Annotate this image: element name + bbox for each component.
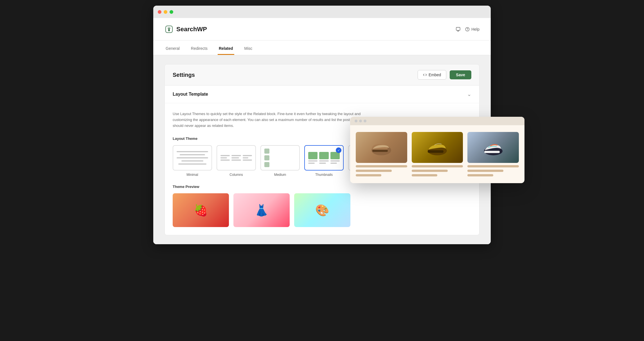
traffic-light-red[interactable] xyxy=(158,10,161,14)
theme-option-columns[interactable]: Columns xyxy=(217,145,256,177)
theme-card-columns xyxy=(217,145,256,170)
minimal-lines xyxy=(177,151,208,165)
shoe-line-1a xyxy=(356,165,407,167)
theme-card-medium xyxy=(260,145,300,170)
col-block-1 xyxy=(220,155,230,161)
layout-template-header[interactable]: Layout Template ⌄ xyxy=(165,86,479,103)
shoe-line-3c xyxy=(467,174,491,176)
thumb-col-1 xyxy=(308,152,318,164)
popup-shoe-img-1 xyxy=(356,132,407,163)
logo-area: SearchWP xyxy=(165,25,207,34)
col-block-2 xyxy=(231,155,241,161)
thumbnails-grid xyxy=(308,152,340,164)
popup-shoe-card-2 xyxy=(412,132,463,176)
minimal-line-2 xyxy=(180,154,205,155)
preview-thumb-colorful: 🎨 xyxy=(294,193,350,227)
popup-content xyxy=(350,125,491,183)
minimal-line-1 xyxy=(177,151,208,152)
theme-option-thumbnails[interactable]: ✓ xyxy=(304,145,344,177)
minimal-line-4 xyxy=(181,160,203,161)
popup-shoe-card-3 xyxy=(467,132,491,176)
medium-icon-block-3 xyxy=(264,162,269,167)
minimal-line-3 xyxy=(177,157,208,158)
theme-card-minimal xyxy=(173,145,212,170)
layout-description: Use Layout Themes to quickly set the sty… xyxy=(173,111,370,129)
svg-rect-9 xyxy=(372,150,388,152)
theme-name-columns: Columns xyxy=(229,173,243,177)
columns-grid xyxy=(220,155,252,161)
preview-thumbnails: 🍓 👗 🎨 xyxy=(173,193,471,227)
popup-shoes-grid xyxy=(356,132,491,176)
tab-related[interactable]: Related xyxy=(218,43,234,55)
save-button[interactable]: Save xyxy=(450,70,471,79)
theme-preview-label: Theme Preview xyxy=(173,185,471,189)
settings-panel-header: Settings Embed Save xyxy=(165,64,479,86)
chevron-down-icon: ⌄ xyxy=(467,91,471,97)
embed-button[interactable]: Embed xyxy=(418,70,446,80)
shoe-line-3b xyxy=(467,170,491,172)
popup-shoe-img-3 xyxy=(467,132,491,163)
thumb-col-2 xyxy=(319,152,328,164)
medium-row-3 xyxy=(264,162,296,167)
popup-dot-1 xyxy=(355,120,357,122)
thumb-img-1 xyxy=(308,152,318,159)
medium-icon-block-1 xyxy=(264,149,269,154)
theme-card-thumbnails: ✓ xyxy=(304,145,344,170)
shoe-line-1b xyxy=(356,170,392,172)
app-header: SearchWP Help xyxy=(153,18,491,41)
theme-option-minimal[interactable]: Minimal xyxy=(173,145,212,177)
svg-rect-1 xyxy=(168,29,170,31)
help-button[interactable]: Help xyxy=(465,27,479,32)
preview-popup xyxy=(350,117,491,183)
popup-dot-3 xyxy=(364,120,366,122)
thumb-img-2 xyxy=(319,152,328,159)
theme-name-medium: Medium xyxy=(274,173,286,177)
medium-rows xyxy=(264,149,296,167)
shoe-line-2a xyxy=(412,165,463,167)
tab-redirects[interactable]: Redirects xyxy=(190,43,209,55)
display-settings-button[interactable] xyxy=(456,27,461,32)
shoe-line-2b xyxy=(412,170,448,172)
tab-general[interactable]: General xyxy=(165,43,181,55)
popup-titlebar xyxy=(350,117,491,125)
help-label: Help xyxy=(471,27,479,32)
popup-shoe-img-2 xyxy=(412,132,463,163)
thumb-img-3 xyxy=(330,152,340,159)
col-block-3 xyxy=(243,155,252,161)
theme-option-medium[interactable]: Medium xyxy=(260,145,300,177)
header-right: Help xyxy=(456,27,479,32)
layout-template-title: Layout Template xyxy=(173,92,208,97)
settings-title: Settings xyxy=(173,72,195,78)
tab-misc[interactable]: Misc xyxy=(243,43,254,55)
main-content: Settings Embed Save Layout Templ xyxy=(153,55,491,244)
searchwp-logo-icon xyxy=(165,25,174,34)
svg-point-5 xyxy=(466,27,469,31)
svg-rect-13 xyxy=(484,151,491,153)
minimal-line-5 xyxy=(178,163,207,165)
popup-dot-2 xyxy=(359,120,362,122)
shoe-line-1c xyxy=(356,174,381,176)
settings-actions: Embed Save xyxy=(418,70,471,80)
preview-thumb-food: 🍓 xyxy=(173,193,229,227)
browser-window: SearchWP Help xyxy=(153,6,491,244)
selected-checkmark: ✓ xyxy=(336,147,341,153)
medium-row-1 xyxy=(264,149,296,154)
traffic-light-yellow[interactable] xyxy=(164,10,167,14)
thumb-col-3 xyxy=(330,152,340,164)
theme-name-minimal: Minimal xyxy=(186,173,198,177)
browser-titlebar xyxy=(153,6,491,18)
nav-tabs: General Redirects Related Misc xyxy=(153,41,491,55)
svg-rect-2 xyxy=(456,27,460,30)
embed-label: Embed xyxy=(429,73,441,77)
svg-rect-11 xyxy=(428,150,443,153)
popup-shoe-card-1 xyxy=(356,132,407,176)
theme-name-thumbnails: Thumbnails xyxy=(315,173,333,177)
medium-row-2 xyxy=(264,155,296,160)
logo-text: SearchWP xyxy=(176,26,207,33)
shoe-line-3a xyxy=(467,165,491,167)
medium-icon-block-2 xyxy=(264,155,269,160)
app-container: SearchWP Help xyxy=(153,18,491,244)
traffic-light-green[interactable] xyxy=(170,10,173,14)
shoe-line-2c xyxy=(412,174,437,176)
preview-thumb-fashion: 👗 xyxy=(233,193,290,227)
